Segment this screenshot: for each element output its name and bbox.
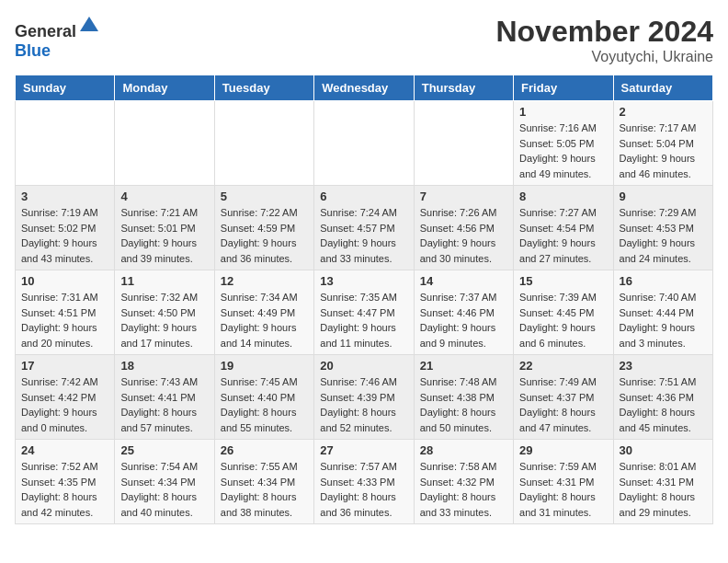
day-number: 17	[21, 359, 108, 373]
day-number: 23	[620, 359, 707, 373]
day-number: 13	[320, 274, 407, 288]
logo-blue: Blue	[15, 41, 51, 60]
day-cell: 29Sunrise: 7:59 AM Sunset: 4:31 PM Dayli…	[514, 440, 613, 524]
day-cell: 4Sunrise: 7:21 AM Sunset: 5:01 PM Daylig…	[115, 186, 214, 270]
day-number: 16	[620, 274, 707, 288]
week-row-4: 17Sunrise: 7:42 AM Sunset: 4:42 PM Dayli…	[16, 355, 713, 440]
day-number: 19	[221, 359, 308, 373]
day-number: 7	[420, 190, 507, 203]
day-info: Sunrise: 7:54 AM Sunset: 4:34 PM Dayligh…	[120, 459, 208, 520]
day-number: 6	[320, 190, 407, 203]
day-info: Sunrise: 7:22 AM Sunset: 4:59 PM Dayligh…	[221, 205, 308, 266]
day-cell: 11Sunrise: 7:32 AM Sunset: 4:50 PM Dayli…	[115, 270, 214, 355]
day-cell: 7Sunrise: 7:26 AM Sunset: 4:56 PM Daylig…	[414, 186, 513, 270]
month-title: November 2024	[495, 15, 713, 49]
day-number: 11	[120, 274, 208, 288]
day-cell: 10Sunrise: 7:31 AM Sunset: 4:51 PM Dayli…	[16, 270, 115, 355]
logo-icon	[78, 15, 100, 37]
header-day-monday: Monday	[115, 75, 214, 101]
day-number: 5	[221, 190, 308, 203]
day-info: Sunrise: 7:37 AM Sunset: 4:46 PM Dayligh…	[420, 290, 507, 350]
day-cell: 20Sunrise: 7:46 AM Sunset: 4:39 PM Dayli…	[314, 355, 414, 440]
location: Voyutychi, Ukraine	[495, 49, 713, 65]
day-info: Sunrise: 7:34 AM Sunset: 4:49 PM Dayligh…	[221, 290, 308, 350]
header-day-thursday: Thursday	[414, 75, 513, 101]
day-number: 21	[420, 359, 507, 373]
day-number: 9	[620, 190, 707, 203]
day-number: 25	[120, 443, 208, 457]
day-cell: 27Sunrise: 7:57 AM Sunset: 4:33 PM Dayli…	[314, 440, 414, 524]
day-cell: 3Sunrise: 7:19 AM Sunset: 5:02 PM Daylig…	[16, 186, 115, 270]
day-info: Sunrise: 7:55 AM Sunset: 4:34 PM Dayligh…	[221, 459, 308, 520]
day-number: 24	[21, 443, 108, 457]
page-header: General Blue November 2024 Voyutychi, Uk…	[15, 15, 713, 65]
day-info: Sunrise: 7:48 AM Sunset: 4:38 PM Dayligh…	[420, 374, 507, 435]
day-cell	[16, 101, 115, 186]
day-info: Sunrise: 7:46 AM Sunset: 4:39 PM Dayligh…	[320, 374, 407, 435]
day-info: Sunrise: 7:39 AM Sunset: 4:45 PM Dayligh…	[519, 290, 607, 350]
day-cell: 21Sunrise: 7:48 AM Sunset: 4:38 PM Dayli…	[414, 355, 513, 440]
day-info: Sunrise: 7:52 AM Sunset: 4:35 PM Dayligh…	[21, 459, 108, 520]
day-info: Sunrise: 7:19 AM Sunset: 5:02 PM Dayligh…	[21, 205, 108, 266]
day-info: Sunrise: 7:24 AM Sunset: 4:57 PM Dayligh…	[320, 205, 407, 266]
day-cell	[115, 101, 214, 186]
day-cell	[314, 101, 414, 186]
day-number: 8	[519, 190, 607, 203]
day-number: 4	[120, 190, 208, 203]
day-number: 12	[221, 274, 308, 288]
day-number: 29	[519, 443, 607, 457]
day-cell	[214, 101, 313, 186]
week-row-5: 24Sunrise: 7:52 AM Sunset: 4:35 PM Dayli…	[16, 440, 713, 524]
day-info: Sunrise: 7:59 AM Sunset: 4:31 PM Dayligh…	[519, 459, 607, 520]
day-cell: 13Sunrise: 7:35 AM Sunset: 4:47 PM Dayli…	[314, 270, 414, 355]
day-info: Sunrise: 8:01 AM Sunset: 4:31 PM Dayligh…	[620, 459, 707, 520]
day-info: Sunrise: 7:27 AM Sunset: 4:54 PM Dayligh…	[519, 205, 607, 266]
day-cell: 6Sunrise: 7:24 AM Sunset: 4:57 PM Daylig…	[314, 186, 414, 270]
week-row-3: 10Sunrise: 7:31 AM Sunset: 4:51 PM Dayli…	[16, 270, 713, 355]
header-day-wednesday: Wednesday	[314, 75, 414, 101]
day-info: Sunrise: 7:35 AM Sunset: 4:47 PM Dayligh…	[320, 290, 407, 350]
day-cell: 17Sunrise: 7:42 AM Sunset: 4:42 PM Dayli…	[16, 355, 115, 440]
day-number: 2	[620, 105, 707, 119]
day-cell: 1Sunrise: 7:16 AM Sunset: 5:05 PM Daylig…	[514, 101, 613, 186]
day-cell: 22Sunrise: 7:49 AM Sunset: 4:37 PM Dayli…	[514, 355, 613, 440]
day-cell: 14Sunrise: 7:37 AM Sunset: 4:46 PM Dayli…	[414, 270, 513, 355]
day-cell: 19Sunrise: 7:45 AM Sunset: 4:40 PM Dayli…	[214, 355, 313, 440]
day-number: 14	[420, 274, 507, 288]
day-info: Sunrise: 7:29 AM Sunset: 4:53 PM Dayligh…	[620, 205, 707, 266]
day-info: Sunrise: 7:32 AM Sunset: 4:50 PM Dayligh…	[120, 290, 208, 350]
day-info: Sunrise: 7:21 AM Sunset: 5:01 PM Dayligh…	[120, 205, 208, 266]
day-cell: 24Sunrise: 7:52 AM Sunset: 4:35 PM Dayli…	[16, 440, 115, 524]
header-day-friday: Friday	[514, 75, 613, 101]
week-row-2: 3Sunrise: 7:19 AM Sunset: 5:02 PM Daylig…	[16, 186, 713, 270]
logo-block: General Blue	[15, 15, 100, 61]
logo: General Blue	[15, 15, 100, 61]
day-info: Sunrise: 7:58 AM Sunset: 4:32 PM Dayligh…	[420, 459, 507, 520]
day-number: 26	[221, 443, 308, 457]
day-info: Sunrise: 7:43 AM Sunset: 4:41 PM Dayligh…	[120, 374, 208, 435]
day-cell	[414, 101, 513, 186]
day-cell: 8Sunrise: 7:27 AM Sunset: 4:54 PM Daylig…	[514, 186, 613, 270]
header-day-saturday: Saturday	[613, 75, 712, 101]
day-number: 1	[519, 105, 607, 119]
day-number: 22	[519, 359, 607, 373]
day-cell: 26Sunrise: 7:55 AM Sunset: 4:34 PM Dayli…	[214, 440, 313, 524]
day-info: Sunrise: 7:31 AM Sunset: 4:51 PM Dayligh…	[21, 290, 108, 350]
title-block: November 2024 Voyutychi, Ukraine	[495, 15, 713, 65]
day-number: 3	[21, 190, 108, 203]
day-info: Sunrise: 7:57 AM Sunset: 4:33 PM Dayligh…	[320, 459, 407, 520]
day-cell: 2Sunrise: 7:17 AM Sunset: 5:04 PM Daylig…	[613, 101, 712, 186]
day-info: Sunrise: 7:51 AM Sunset: 4:36 PM Dayligh…	[620, 374, 707, 435]
day-number: 28	[420, 443, 507, 457]
day-info: Sunrise: 7:17 AM Sunset: 5:04 PM Dayligh…	[620, 121, 707, 181]
calendar-body: 1Sunrise: 7:16 AM Sunset: 5:05 PM Daylig…	[16, 101, 713, 524]
day-number: 18	[120, 359, 208, 373]
day-info: Sunrise: 7:49 AM Sunset: 4:37 PM Dayligh…	[519, 374, 607, 435]
day-info: Sunrise: 7:26 AM Sunset: 4:56 PM Dayligh…	[420, 205, 507, 266]
day-number: 10	[21, 274, 108, 288]
day-info: Sunrise: 7:45 AM Sunset: 4:40 PM Dayligh…	[221, 374, 308, 435]
week-row-1: 1Sunrise: 7:16 AM Sunset: 5:05 PM Daylig…	[16, 101, 713, 186]
logo-general: General	[15, 22, 76, 40]
header-row: SundayMondayTuesdayWednesdayThursdayFrid…	[16, 75, 713, 101]
day-cell: 5Sunrise: 7:22 AM Sunset: 4:59 PM Daylig…	[214, 186, 313, 270]
